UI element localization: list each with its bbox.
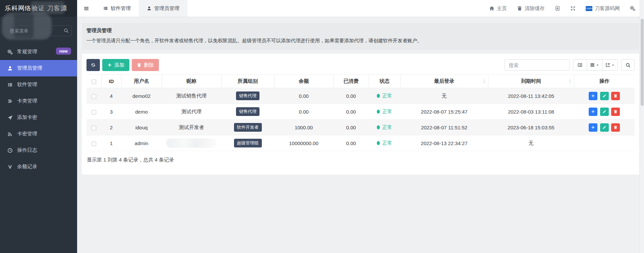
row-add-button[interactable] bbox=[589, 92, 597, 100]
col-status: 状态 bbox=[369, 75, 400, 88]
view-button-group bbox=[573, 59, 618, 71]
status-dot-icon bbox=[377, 125, 380, 129]
cogs-icon bbox=[7, 49, 13, 55]
col-nickname: 昵称 bbox=[162, 75, 221, 88]
sidebar-item-software-management[interactable]: 软件管理 bbox=[0, 76, 77, 93]
sidebar-item-balance-record[interactable]: 余额记录 bbox=[0, 159, 77, 175]
group-badge: 超级管理组 bbox=[234, 139, 262, 147]
col-username: 用户名 bbox=[121, 75, 162, 88]
site-link[interactable]: 刀客源码 刀客源码网 bbox=[586, 5, 620, 12]
cell-balance: 0.00 bbox=[274, 104, 333, 120]
status-badge: 正常 bbox=[377, 93, 392, 99]
row-delete-button[interactable] bbox=[611, 92, 620, 100]
select-all-cell bbox=[86, 75, 101, 88]
cell-id: 3 bbox=[101, 104, 121, 120]
cell-last-login: 无 bbox=[400, 88, 488, 104]
scrollbar-thumb[interactable] bbox=[641, 19, 644, 106]
sort-icon[interactable] bbox=[482, 79, 486, 83]
group-badge: 销售代理 bbox=[236, 91, 259, 100]
cell-id: 2 bbox=[101, 120, 121, 135]
cell-balance: 10000000.00 bbox=[274, 135, 333, 151]
status-badge: 正常 bbox=[377, 109, 392, 115]
cell-expire: 2023-06-18 15:03:55 bbox=[488, 120, 574, 135]
row-edit-button[interactable] bbox=[600, 92, 609, 100]
col-last-login[interactable]: 最后登录 bbox=[400, 75, 488, 88]
cell-id: 4 bbox=[101, 88, 121, 104]
cell-balance: 0.00 bbox=[274, 88, 333, 104]
col-consumed: 已消费 bbox=[333, 75, 369, 88]
row-checkbox[interactable] bbox=[92, 126, 96, 130]
trash-icon bbox=[137, 63, 141, 67]
language-doc-button[interactable] bbox=[555, 6, 560, 11]
sidebar-item-add-card-key[interactable]: 添加卡密 bbox=[0, 109, 77, 126]
app-logo: 乐科网络验证 刀客源 bbox=[0, 0, 77, 17]
sidebar-item-admin-management[interactable]: 管理员管理 bbox=[0, 60, 77, 76]
fullscreen-button[interactable] bbox=[570, 6, 576, 11]
sidebar-search-input[interactable] bbox=[5, 25, 72, 36]
row-edit-button[interactable] bbox=[600, 123, 609, 132]
tab-software-management[interactable]: 软件管理 bbox=[95, 0, 139, 17]
search-button[interactable] bbox=[621, 59, 635, 71]
col-id: ID bbox=[101, 75, 121, 88]
sidebar-menu: 常规管理 new 管理员管理 软件管理 卡类管理 添加卡密 卡密管理 bbox=[0, 44, 77, 175]
plus-icon bbox=[591, 125, 595, 129]
columns-button[interactable] bbox=[587, 59, 602, 71]
table-header-row: ID 用户名 昵称 所属组别 余额 已消费 状态 最后登录 到期时间 操作 bbox=[86, 75, 635, 88]
pencil-icon bbox=[602, 94, 606, 98]
sidebar-item-operation-log[interactable]: 操作日志 bbox=[0, 142, 77, 159]
cell-nickname: 测试销售代理 bbox=[162, 88, 221, 104]
sort-icon[interactable] bbox=[568, 79, 572, 83]
toggle-view-button[interactable] bbox=[573, 59, 587, 71]
row-checkbox[interactable] bbox=[92, 94, 96, 99]
user-icon bbox=[7, 66, 13, 71]
cell-consumed: 0.00 bbox=[333, 120, 369, 135]
col-group: 所属组别 bbox=[221, 75, 274, 88]
caret-down-icon bbox=[611, 64, 614, 67]
refresh-button[interactable] bbox=[86, 59, 100, 71]
home-icon bbox=[489, 6, 494, 11]
row-checkbox[interactable] bbox=[92, 141, 96, 146]
main-area: 软件管理 管理员管理 主页 清除缓存 bbox=[77, 0, 644, 253]
cell-expire: 无 bbox=[488, 135, 574, 151]
tab-admin-management[interactable]: 管理员管理 bbox=[139, 0, 187, 17]
select-all-checkbox[interactable] bbox=[92, 79, 96, 84]
cell-last-login: 2022-08-07 15:25:47 bbox=[400, 104, 488, 120]
sidebar-item-card-type-management[interactable]: 卡类管理 bbox=[0, 93, 77, 109]
page-scrollbar[interactable] bbox=[640, 0, 644, 253]
table-row: 2 idouq 测试开发者 软件开发者 1000.00 0.00 正常 2022… bbox=[86, 120, 635, 135]
table-toolbar: 添加 删除 bbox=[86, 56, 635, 74]
sidebar: 乐科网络验证 刀客源 常规管理 new 管理员管理 软件管理 bbox=[0, 0, 77, 253]
row-add-button[interactable] bbox=[589, 108, 597, 116]
row-delete-button[interactable] bbox=[611, 108, 620, 116]
plus-icon bbox=[107, 63, 112, 67]
status-dot-icon bbox=[377, 110, 380, 114]
trash-icon bbox=[517, 6, 522, 11]
add-button[interactable]: 添加 bbox=[102, 59, 129, 71]
settings-button[interactable] bbox=[630, 6, 635, 11]
sidebar-item-general-management[interactable]: 常规管理 new bbox=[0, 44, 77, 60]
cell-expire: 2022-08-03 13:11:08 bbox=[488, 104, 574, 120]
caret-down-icon bbox=[596, 64, 599, 67]
hamburger-icon bbox=[83, 6, 89, 11]
clear-cache-button[interactable]: 清除缓存 bbox=[517, 5, 545, 12]
sidebar-toggle-button[interactable] bbox=[77, 0, 95, 17]
rss-icon bbox=[7, 131, 13, 137]
row-delete-button[interactable] bbox=[611, 123, 620, 132]
home-link[interactable]: 主页 bbox=[489, 5, 507, 12]
status-dot-icon bbox=[377, 94, 380, 98]
row-edit-button[interactable] bbox=[600, 108, 609, 116]
refresh-icon bbox=[91, 63, 96, 67]
delete-button[interactable]: 删除 bbox=[132, 59, 159, 71]
sidebar-item-card-key-management[interactable]: 卡密管理 bbox=[0, 126, 77, 142]
table-search-input[interactable] bbox=[505, 59, 570, 71]
plus-icon bbox=[591, 94, 595, 98]
expand-icon bbox=[570, 6, 576, 11]
row-checkbox[interactable] bbox=[92, 110, 96, 115]
cell-username: idouq bbox=[121, 120, 162, 135]
export-button[interactable] bbox=[602, 59, 618, 71]
col-expire[interactable]: 到期时间 bbox=[488, 75, 574, 88]
row-add-button[interactable] bbox=[589, 123, 597, 132]
export-icon bbox=[605, 63, 610, 67]
record-summary: 显示第 1 到第 4 条记录，总共 4 条记录 bbox=[86, 157, 635, 163]
status-dot-icon bbox=[377, 141, 380, 145]
